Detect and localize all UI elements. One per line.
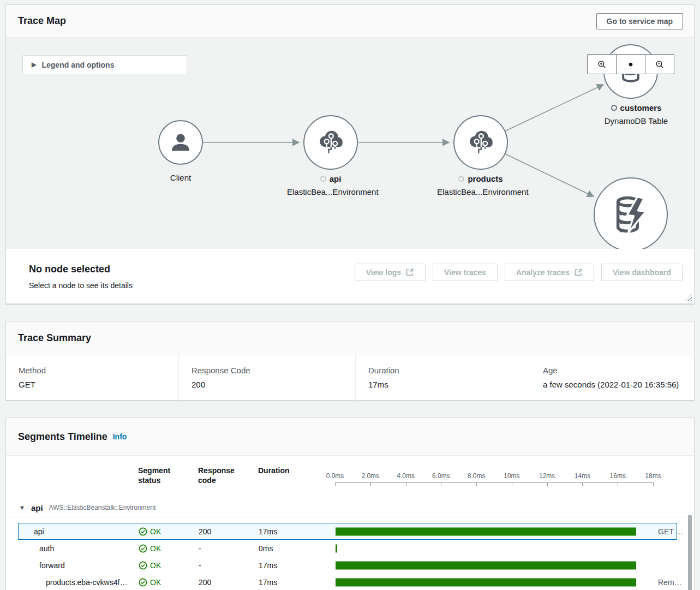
column-header-response-code: Response code [198,466,242,485]
timeline-bar [336,527,636,535]
timeline-track [336,561,654,569]
node-type: DynamoDB Table [593,116,680,126]
table-row[interactable]: auth OK - 0ms [18,540,677,557]
axis-tick-label: 2.0ms [361,472,379,480]
check-circle-icon [139,578,147,587]
field-value: 17ms [368,380,524,389]
external-link-icon [574,268,583,277]
duration-cell: 17ms [259,527,277,536]
axis-tick-mark [582,482,583,486]
axis-tick-mark [512,482,512,486]
view-logs-button[interactable]: View logs [355,264,426,281]
caret-right-icon: ▶ [32,61,36,68]
user-icon [169,130,193,154]
timeline-bar [336,561,636,569]
duration-cell: 17ms [259,561,277,570]
node-label-client: Client [142,173,219,182]
info-link[interactable]: Info [113,432,127,441]
segment-name: auth [39,544,54,553]
axis-tick-mark [335,482,336,486]
vertical-scrollbar[interactable] [688,515,692,590]
no-node-selected-block: No node selected Select a node to see it… [29,264,133,303]
center-dot-icon [626,60,635,69]
duration-cell: 17ms [259,578,277,587]
timeline-bar [336,544,337,552]
summary-field-age: Age a few seconds (2022-01-20 16:35:56) [530,355,694,401]
segment-group-row[interactable]: ▼ api AWS::ElasticBeanstalk::Environment [6,498,694,517]
table-row[interactable]: api OK 200 17ms GET … [18,523,677,540]
table-row[interactable]: products.eba-cvkws4f… OK 200 17ms Rem… [18,574,677,590]
trace-summary-title: Trace Summary [18,332,91,344]
zoom-in-icon [597,60,606,69]
segments-timeline-title: Segments Timeline [18,431,107,443]
go-to-service-map-button[interactable]: Go to service map [596,13,683,29]
summary-field-duration: Duration 17ms [355,355,530,401]
segments-table-header: Segment status Response code Duration 0.… [6,456,694,498]
node-name: customers [593,103,680,112]
dynamodb-lightning-icon [609,193,653,236]
trace-map-panel: Trace Map Go to service map ▶ Legend and… [5,4,695,304]
edge-products-customers [505,85,603,131]
elastic-beanstalk-icon [465,127,496,158]
status-ring-icon [458,176,464,182]
node-name: api [287,174,374,183]
axis-tick-mark [441,482,441,486]
axis-tick-label: 6.0ms [432,472,450,480]
response-code-cell: 200 [199,578,211,587]
legend-toggle-label: Legend and options [41,61,114,69]
axis-tick-mark [618,482,618,486]
bar-label: GET … [658,527,683,536]
node-dynamodb[interactable] [594,177,668,249]
view-traces-button[interactable]: View traces [433,264,498,281]
field-label: Method [19,366,173,375]
node-client[interactable] [158,120,203,165]
node-type: ElasticBea...Environment [287,187,374,196]
trace-map-title: Trace Map [18,15,66,27]
group-name: api [31,503,43,512]
status-badge: OK [139,561,161,570]
response-code-cell: - [199,561,201,570]
node-name: products [437,174,524,183]
view-dashboard-button[interactable]: View dashboard [601,264,683,281]
axis-tick-mark [370,482,371,486]
external-link-icon [405,268,414,277]
timeline-bar [336,578,636,586]
table-row[interactable]: forward OK - 17ms [18,557,677,574]
node-details-footer: No node selected Select a node to see it… [6,249,694,303]
axis-tick-label: 4.0ms [397,472,415,480]
field-value: 200 [192,380,350,389]
field-value: a few seconds (2022-01-20 16:35:56) [543,380,689,389]
footer-buttons: View logs View traces Analyze traces [355,264,683,303]
trace-summary-fields: Method GET Response Code 200 Duration 17… [6,355,694,401]
status-badge: OK [139,527,161,536]
timeline-track [336,544,654,552]
axis-tick-mark [476,482,477,486]
status-ring-icon [611,105,617,111]
node-products[interactable] [453,115,508,170]
check-circle-icon [139,561,147,570]
segments-timeline-header: Segments Timeline Info [6,418,694,456]
check-circle-icon [139,544,147,553]
status-badge: OK [139,544,161,553]
zoom-out-button[interactable] [645,54,674,74]
zoom-in-button[interactable] [587,54,617,74]
trace-map-header: Trace Map Go to service map [6,5,694,38]
timeline-track [336,527,654,535]
caret-down-icon: ▼ [19,504,25,511]
zoom-reset-button[interactable] [616,54,645,74]
status-badge: OK [139,578,161,587]
node-api[interactable] [303,115,358,170]
duration-cell: 0ms [259,544,273,553]
axis-tick-mark [653,482,654,486]
response-code-cell: - [199,544,201,553]
axis-tick-label: 18ms [645,472,661,480]
axis-tick-label: 10ms [504,472,519,480]
analyze-traces-button[interactable]: Analyze traces [505,264,594,281]
go-to-service-map-label: Go to service map [607,17,673,26]
axis-tick-label: 0.0ms [326,472,344,480]
segment-name: api [34,527,44,536]
legend-and-options-toggle[interactable]: ▶ Legend and options [22,55,187,74]
summary-field-method: Method GET [6,355,178,401]
field-value: GET [19,380,173,389]
trace-map-canvas[interactable]: ▶ Legend and options Client [6,38,694,249]
